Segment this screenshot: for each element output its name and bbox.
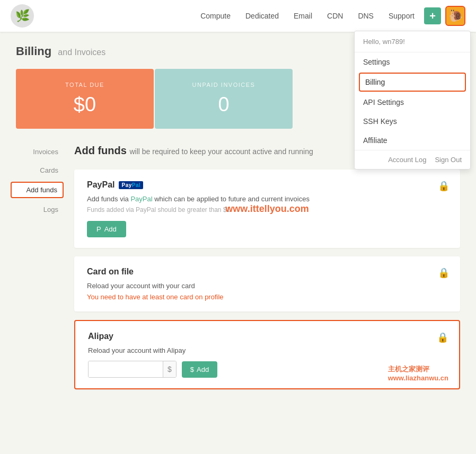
billing-title-main: Billing	[16, 44, 51, 58]
dropdown-settings[interactable]: Settings	[355, 52, 470, 72]
sidebar: Invoices Cards Add funds Logs	[0, 129, 69, 398]
card-warning: You need to have at least one card on pr…	[87, 293, 447, 301]
dropdown-ssh-keys[interactable]: SSH Keys	[355, 112, 470, 131]
paypal-note: Funds added via PayPal should be greater…	[87, 206, 447, 213]
nav-cdn[interactable]: CDN	[327, 12, 343, 20]
paypal-add-button[interactable]: P Add	[87, 221, 126, 237]
paypal-lock-icon: 🔒	[438, 180, 449, 192]
snail-icon: 🐌	[448, 9, 463, 23]
paypal-label: PayPal	[87, 180, 114, 190]
sidebar-item-add-funds[interactable]: Add funds	[11, 182, 64, 198]
unpaid-invoices-label: UNPAID INVOICES	[165, 82, 282, 88]
alipay-desc: Reload your account with Alipay	[88, 346, 446, 354]
alipay-add-button[interactable]: $ Add	[182, 361, 217, 378]
card-title: Card on file	[87, 267, 447, 277]
content-title-bold: Add funds	[74, 145, 127, 156]
card-lock-icon: 🔒	[438, 267, 449, 279]
sidebar-item-invoices[interactable]: Invoices	[11, 145, 64, 159]
alipay-label: Alipay	[88, 332, 113, 341]
nav-dedicated[interactable]: Dedicated	[245, 12, 279, 20]
dropdown-sign-out[interactable]: Sign Out	[435, 156, 462, 164]
nav-email[interactable]: Email	[294, 12, 312, 20]
plus-button[interactable]: +	[424, 7, 441, 24]
logo-area: 🌿	[11, 4, 34, 28]
card-desc: Reload your account with your card	[87, 282, 447, 290]
logo-icon[interactable]: 🌿	[11, 4, 34, 28]
content-title-sub: will be required to keep your account ac…	[129, 147, 313, 156]
total-due-value: $0	[27, 93, 143, 116]
paypal-link[interactable]: PayPal	[130, 195, 152, 203]
account-button[interactable]: 🐌	[445, 6, 465, 26]
card-on-file-card: 🔒 Card on file Reload your account with …	[74, 256, 460, 311]
paypal-badge: PayPal	[119, 181, 143, 189]
total-due-card: TOTAL DUE $0	[16, 69, 154, 129]
unpaid-invoices-card: UNPAID INVOICES 0	[155, 69, 293, 129]
dropdown-api-settings[interactable]: API Settings	[355, 93, 470, 112]
dropdown-affiliate[interactable]: Affiliate	[355, 131, 470, 150]
dropdown-account-log[interactable]: Account Log	[388, 156, 426, 164]
paypal-p-icon: P	[96, 225, 101, 233]
alipay-amount-input[interactable]	[89, 361, 163, 377]
main-layout: Invoices Cards Add funds Logs Add funds …	[0, 129, 476, 414]
paypal-card: 🔒 PayPal PayPal Add funds via PayPal whi…	[74, 170, 460, 248]
account-dropdown: Hello, wn789! Settings Billing API Setti…	[354, 31, 471, 170]
dropdown-footer: Account Log Sign Out	[355, 150, 470, 169]
sidebar-item-cards[interactable]: Cards	[11, 163, 64, 177]
paypal-title: PayPal PayPal	[87, 180, 447, 190]
header: 🌿 Compute Dedicated Email CDN DNS Suppor…	[0, 0, 476, 32]
alipay-title: Alipay	[88, 332, 446, 341]
nav-support[interactable]: Support	[389, 12, 415, 20]
sidebar-item-logs[interactable]: Logs	[11, 202, 64, 217]
total-due-label: TOTAL DUE	[27, 82, 143, 88]
dropdown-billing[interactable]: Billing	[359, 73, 466, 92]
alipay-add-label: Add	[197, 366, 209, 373]
billing-title-sub: and Invoices	[58, 48, 105, 57]
alipay-dollar-icon: $	[190, 366, 194, 373]
alipay-lock-icon: 🔒	[437, 332, 448, 343]
alipay-input-row: $ $ Add	[88, 361, 446, 378]
unpaid-invoices-value: 0	[165, 93, 282, 116]
nav-compute[interactable]: Compute	[200, 12, 231, 20]
paypal-add-label: Add	[104, 225, 117, 233]
paypal-desc: Add funds via PayPal which can be applie…	[87, 195, 447, 203]
dropdown-greeting: Hello, wn789!	[355, 31, 470, 52]
card-label: Card on file	[87, 267, 134, 277]
alipay-input-wrap: $	[88, 361, 177, 378]
alipay-card: 🔒 Alipay Reload your account with Alipay…	[74, 320, 460, 389]
nav-dns[interactable]: DNS	[358, 12, 374, 20]
main-nav: Compute Dedicated Email CDN DNS Support	[200, 12, 415, 20]
alipay-dollar-sign: $	[163, 361, 176, 377]
